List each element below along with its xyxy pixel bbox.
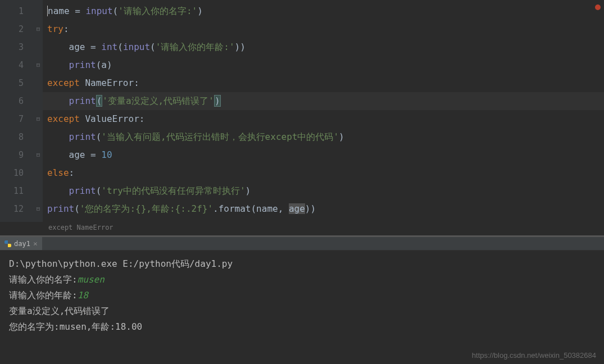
code-area[interactable]: name = input('请输入你的名字:') try: age = int(… xyxy=(43,0,604,222)
code-editor[interactable]: 1 2 3 4 5 6 7 8 9 10 11 12 ⊟ ⊟ ⊟ ⊟ ⊟ nam… xyxy=(0,0,604,222)
breadcrumb[interactable]: except NameError xyxy=(0,222,604,235)
code-line[interactable]: age = int(input('请输入你的年龄:')) xyxy=(43,38,604,56)
fold-gutter: ⊟ ⊟ ⊟ ⊟ ⊟ xyxy=(34,0,43,222)
tab-label: day1 xyxy=(14,240,30,248)
close-icon[interactable]: × xyxy=(33,239,38,248)
code-line[interactable]: name = input('请输入你的名字:') xyxy=(43,2,604,20)
code-line-current[interactable]: print('变量a没定义,代码错误了') xyxy=(43,92,604,110)
console-prompt: 请输入你的名字:musen xyxy=(9,272,595,288)
console-command: D:\python\python.exe E:/python代码/day1.py xyxy=(9,256,595,272)
code-line[interactable]: age = 10 xyxy=(43,146,604,164)
error-indicator-icon[interactable] xyxy=(595,4,601,10)
line-number-gutter: 1 2 3 4 5 6 7 8 9 10 11 12 xyxy=(0,0,34,222)
code-line[interactable]: print('您的名字为:{},年龄:{:.2f}'.format(name, … xyxy=(43,200,604,218)
python-icon xyxy=(4,240,11,247)
console-tab-bar: day1 × xyxy=(0,237,604,251)
code-line[interactable]: print(a) xyxy=(43,56,604,74)
code-line[interactable]: else: xyxy=(43,164,604,182)
console-prompt: 请输入你的年龄:18 xyxy=(9,288,595,303)
console-output[interactable]: D:\python\python.exe E:/python代码/day1.py… xyxy=(0,251,604,364)
tab-day1[interactable]: day1 × xyxy=(0,237,42,250)
code-line[interactable]: try: xyxy=(43,20,604,38)
console-output-line: 您的名字为:musen,年龄:18.00 xyxy=(9,319,595,335)
code-line[interactable]: print('当输入有问题,代码运行出错时，会执行except中的代码') xyxy=(43,128,604,146)
code-line[interactable]: except NameError: xyxy=(43,74,604,92)
console-output-line: 变量a没定义,代码错误了 xyxy=(9,303,595,319)
code-line[interactable]: print('try中的代码没有任何异常时执行') xyxy=(43,182,604,200)
code-line[interactable]: except ValueError: xyxy=(43,110,604,128)
watermark-text: https://blog.csdn.net/weixin_50382684 xyxy=(472,351,596,360)
